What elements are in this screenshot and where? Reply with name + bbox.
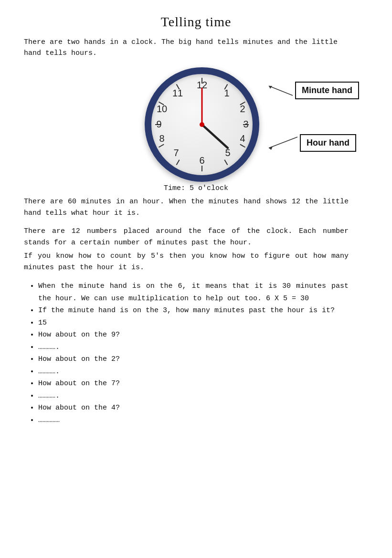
list-item: 15: [38, 317, 349, 329]
svg-text:1: 1: [224, 88, 229, 98]
list-item: How about on the 9?: [38, 329, 349, 341]
page-title: Telling time: [24, 14, 368, 30]
list-item: If the minute hand is on the 3, how many…: [38, 305, 349, 317]
hour-arrow-icon: [266, 135, 300, 151]
list-item: How about on the 4?: [38, 402, 349, 414]
list-item: ………….: [38, 366, 349, 378]
minute-arrow-icon: [266, 84, 295, 98]
svg-line-4: [240, 144, 245, 147]
hour-hand-label-group: Hour hand: [266, 134, 356, 152]
svg-text:9: 9: [156, 119, 161, 129]
list-item: How about on the 2?: [38, 353, 349, 366]
hour-hand-label: Hour hand: [300, 134, 356, 152]
list-item: ………….: [38, 341, 349, 354]
svg-point-26: [200, 122, 204, 127]
time-caption: Time: 5 o'clock: [24, 184, 368, 192]
svg-text:8: 8: [159, 133, 164, 144]
svg-line-5: [224, 160, 227, 165]
svg-text:5: 5: [225, 147, 230, 158]
svg-line-27: [269, 86, 293, 95]
svg-text:7: 7: [173, 147, 179, 158]
para1: There are 60 minutes in an hour. When th…: [24, 196, 349, 219]
intro-paragraph: There are two hands in a clock. The big …: [24, 37, 349, 59]
svg-text:3: 3: [243, 119, 248, 129]
list-item: How about on the 7?: [38, 378, 349, 390]
clock-face: 12 1 2 3 4 5 6 7 8 9 10 11: [145, 67, 259, 182]
clock-svg: 12 1 2 3 4 5 6 7 8 9 10 11: [151, 74, 253, 175]
list-item: ……………: [38, 414, 349, 427]
list-item: When the minute hand is on the 6, it mea…: [38, 280, 349, 305]
svg-text:10: 10: [157, 104, 167, 114]
para2: There are 12 numbers placed around the f…: [24, 226, 349, 249]
svg-line-25: [202, 125, 228, 148]
para3: If you know how to count by 5's then you…: [24, 251, 349, 274]
svg-line-8: [159, 144, 164, 147]
minute-hand-label: Minute hand: [295, 82, 359, 99]
list-item: ………….: [38, 390, 349, 402]
svg-text:4: 4: [240, 133, 245, 144]
clock-section: 12 1 2 3 4 5 6 7 8 9 10 11: [38, 67, 368, 182]
svg-text:11: 11: [172, 88, 183, 98]
minute-hand-label-group: Minute hand: [266, 82, 359, 99]
svg-line-29: [269, 137, 297, 148]
clock-container: 12 1 2 3 4 5 6 7 8 9 10 11: [145, 67, 259, 182]
svg-text:2: 2: [240, 104, 245, 114]
svg-line-7: [177, 160, 180, 165]
svg-text:6: 6: [199, 155, 204, 166]
bullet-list: When the minute hand is on the 6, it mea…: [24, 280, 368, 426]
